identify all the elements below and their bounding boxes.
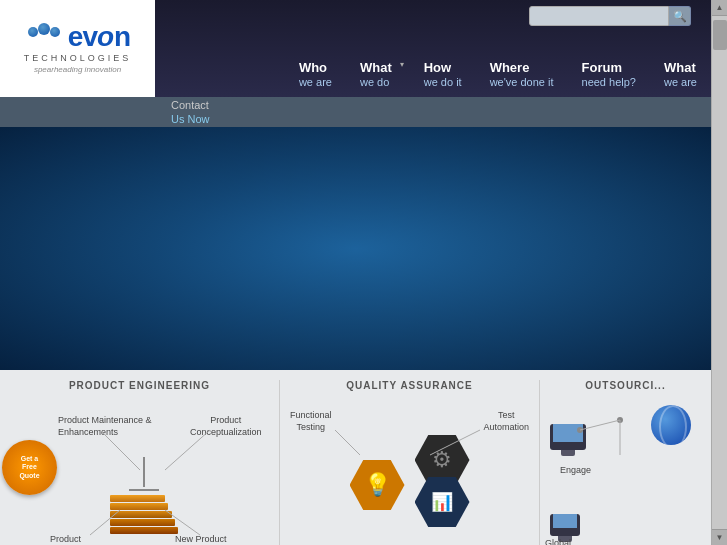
product-maintenance-label: Product Maintenance &Enhancements [58,415,152,438]
main-container: ev o n TECHNOLOGIES spearheading innovat… [0,0,711,545]
sub-nav: Contact Us Now [0,97,711,127]
header: ev o n TECHNOLOGIES spearheading innovat… [0,0,711,97]
logo-technologies: TECHNOLOGIES [24,53,132,63]
vertical-scrollbar[interactable]: ▲ ▼ [711,0,727,545]
hex-cluster: ⚙ 💡 📊 [350,435,470,525]
nav-label-we-are: we are [299,76,332,89]
quality-assurance-column: QUALITY ASSURANCE FunctionalTesting Test… [280,380,540,545]
global-label: Global... [545,538,579,545]
block-1 [110,495,165,502]
quote-line2: Free [22,463,37,470]
logo-circles [24,23,64,51]
bottom-section: PRODUCT ENGINEERING Get a Free Quote Pro… [0,370,711,545]
logo-circle-3 [50,27,60,37]
block-4 [110,519,175,526]
nav-item-forum[interactable]: Forum need help? [568,52,650,97]
nav-item-how-we-do-it[interactable]: How we do it [410,52,476,97]
monitor-screen [553,424,583,442]
nav-label-where: Where [490,60,554,76]
outsourcing-column: OUTSOURCI... Engage [540,380,711,545]
nav-item-what-we-are[interactable]: What we are [650,52,711,97]
bottom-columns: PRODUCT ENGINEERING Get a Free Quote Pro… [0,370,711,545]
block-3 [110,511,172,518]
search-button[interactable]: 🔍 [669,6,691,26]
scroll-down-button[interactable]: ▼ [712,529,728,545]
sub-nav-contact-label: Contact Us Now [171,98,210,127]
search-input[interactable] [529,6,669,26]
new-product-label: New Product [175,534,227,544]
nav-label-we-do-it: we do it [424,76,462,89]
scroll-thumb [713,20,727,50]
logo-area: ev o n TECHNOLOGIES spearheading innovat… [0,0,155,97]
block-stack [110,495,178,534]
block-5 [110,527,178,534]
crane-arm [129,489,159,491]
functional-testing-label: FunctionalTesting [290,410,332,433]
quote-line1: Get a [21,455,39,462]
nav-item-who-we-are[interactable]: Who we are [285,52,346,97]
nav-label-what: What [360,60,392,76]
bottom-monitor-icon [550,514,580,536]
logo-text: ev [68,23,97,51]
outsourcing-title: OUTSOURCI... [550,380,701,391]
product-engineering-column: PRODUCT ENGINEERING Get a Free Quote Pro… [0,380,280,545]
sub-nav-contact[interactable]: Contact Us Now [155,97,226,127]
scroll-up-button[interactable]: ▲ [712,0,728,16]
bottom-monitor-container [550,510,580,536]
svg-point-7 [617,417,623,423]
monitor-icon [550,424,586,450]
svg-line-8 [580,420,620,430]
hero-section [0,127,711,370]
nav-item-where[interactable]: Where we've done it [476,52,568,97]
nav-label-forum: Forum [582,60,636,76]
nav-item-what-we-do[interactable]: ▾ What we do [346,52,410,97]
logo-tagline: spearheading innovation [34,65,121,74]
crane-pole [143,457,145,487]
bottom-monitor-screen [553,514,577,528]
search-bar: 🔍 [529,6,691,26]
product-conceptualization-label: ProductConceptualization [190,415,262,438]
nav-label-how: How [424,60,462,76]
logo-circle-1 [38,23,50,35]
nav-label-we-do: we do [360,76,392,89]
engage-label: Engage [560,465,591,475]
nav-label-what2: What [664,60,697,76]
gear-icon: ⚙ [432,447,452,473]
globe-container [651,405,691,445]
monitor-container [550,420,586,450]
dropdown-arrow-icon: ▾ [400,60,404,70]
logo-o-letter: o [97,23,114,51]
test-automation-label: TestAutomation [483,410,529,433]
globe-icon [651,405,691,445]
bulb-icon: 💡 [364,472,391,498]
nav-label-who: Who [299,60,332,76]
bulb-hex: 💡 [350,460,405,510]
chart-icon: 📊 [431,491,453,513]
quote-badge[interactable]: Get a Free Quote [2,440,57,495]
product-engineering-title: PRODUCT ENGINEERING [10,380,269,391]
quality-assurance-title: QUALITY ASSURANCE [290,380,529,391]
quote-line3: Quote [19,472,39,479]
product-label: Product [50,534,81,544]
logo-icon: ev o n [24,23,131,51]
nav: Who we are ▾ What we do How we do it Whe… [285,22,711,97]
chart-hex: 📊 [415,477,470,527]
quote-badge-text: Get a Free Quote [19,455,39,480]
logo-n-letter: n [114,23,131,51]
building-stack [110,457,178,534]
nav-label-weve-done-it: we've done it [490,76,554,89]
block-2 [110,503,168,510]
nav-label-we-are2: we are [664,76,697,89]
logo-circle-2 [28,27,38,37]
nav-label-need-help: need help? [582,76,636,89]
